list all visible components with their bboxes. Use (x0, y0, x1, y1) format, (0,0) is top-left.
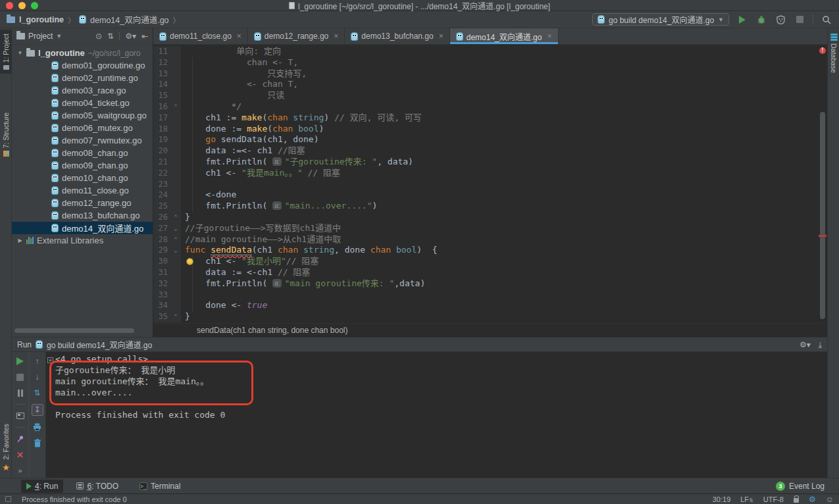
project-tree-root[interactable]: ▼ l_goroutine ~/go/src/l_goro (12, 47, 153, 59)
project-tree-file[interactable]: demo01_goroutine.go (12, 59, 153, 72)
editor-tab[interactable]: demo13_bufchan.go× (345, 28, 449, 44)
code-line[interactable]: 25 fmt.Println( a:"main...over....") (153, 201, 827, 212)
run-button[interactable] (736, 14, 748, 26)
project-tree-file[interactable]: demo06_mutex.go (12, 122, 153, 134)
chevron-down-icon[interactable]: ▼ (56, 33, 62, 39)
prev-occurrence-button[interactable]: ↑ (33, 357, 42, 366)
toolwindow-button-todo[interactable]: 6: TODO (71, 480, 124, 493)
editor[interactable]: 11 单向: 定向12 chan <- T,13 只支持写,14 <- chan… (153, 45, 827, 323)
collapse-all-button[interactable]: ⇅ (107, 32, 114, 41)
lock-icon[interactable] (794, 498, 799, 503)
project-tree-file[interactable]: demo04_ticket.go (12, 97, 153, 109)
code-line[interactable]: 27⌄//子goroutine——>写数据到ch1通道中 (153, 223, 827, 234)
code-line[interactable]: 23 (153, 179, 827, 190)
close-panel-button[interactable]: ✕ (16, 450, 25, 459)
pause-output-button[interactable] (16, 388, 25, 397)
error-stripe-mark[interactable] (819, 235, 826, 237)
gear-icon[interactable]: ⚙▾ (125, 32, 136, 41)
breadcrumb-project[interactable]: l_goroutine (19, 15, 64, 24)
editor-tab[interactable]: demo11_close.go× (153, 28, 248, 44)
run-configuration-select[interactable]: go build demo14_双向通道.go ▼ (592, 13, 729, 26)
fold-marker-icon[interactable]: ⌃ (170, 101, 181, 113)
stop-process-button[interactable] (16, 372, 25, 382)
toolwindow-tab-favorites[interactable]: 2: Favorites ★ (0, 424, 12, 472)
minimize-window-button[interactable] (18, 2, 26, 9)
event-log-button[interactable]: 3 Event Log (776, 482, 825, 491)
toolwindow-button-terminal[interactable]: >_ Terminal (134, 480, 186, 493)
code-line[interactable]: 28⌃//main goroutine——>从ch1通道中取 (153, 234, 827, 245)
toolwindow-tab-structure[interactable]: 7: Structure (0, 113, 12, 157)
print-button[interactable] (33, 422, 42, 432)
code-line[interactable]: 11 单向: 定向 (153, 46, 827, 57)
code-line[interactable]: 21 fmt.Println( a:"子goroutine传来: ", data… (153, 157, 827, 168)
code-line[interactable]: 19 go sendData(ch1, done) (153, 134, 827, 145)
editor-tab[interactable]: demo12_range.go× (248, 28, 345, 44)
project-tree-file[interactable]: demo03_race.go (12, 84, 153, 97)
breadcrumb-file[interactable]: demo14_双向通道.go (90, 13, 169, 26)
code-line[interactable]: 30 ch1 <- "我是小明"// 阻塞 (153, 256, 827, 267)
close-tab-icon[interactable]: × (439, 32, 444, 41)
code-line[interactable]: 18 done := make(chan bool) (153, 124, 827, 135)
console-fold-text[interactable]: <4 go setup calls> (55, 354, 148, 364)
hide-panel-button[interactable]: ⇤ (141, 32, 148, 41)
editor-tab[interactable]: demo14_双向通道.go× (450, 28, 559, 44)
fold-marker-icon[interactable]: ⌄ (170, 245, 181, 256)
run-with-coverage-button[interactable] (775, 14, 786, 26)
code-line[interactable]: 34 done <- true (153, 300, 827, 311)
gear-icon[interactable]: ⚙▾ (800, 340, 811, 349)
fold-marker-icon[interactable]: ⌃ (170, 234, 181, 245)
caret-position[interactable]: 30:19 (713, 495, 731, 503)
toolwindow-toggle-icon[interactable] (5, 496, 11, 502)
code-line[interactable]: 20 data :=<- ch1 //阻塞 (153, 145, 827, 157)
project-tree-file[interactable]: demo10_chan.go (12, 172, 153, 184)
restore-layout-button[interactable] (16, 411, 25, 420)
project-tree-file[interactable]: demo07_rwmutex.go (12, 134, 153, 147)
scroll-to-end-button[interactable]: ↧ (32, 404, 43, 416)
locate-file-button[interactable]: ⊙ (95, 32, 102, 41)
expand-fold-icon[interactable]: + (47, 357, 53, 363)
code-line[interactable]: 15 只读 (153, 90, 827, 101)
code-line[interactable]: 26⌃} (153, 212, 827, 223)
line-separator[interactable]: LF⇅ (740, 495, 753, 503)
code-line[interactable]: 32 fmt.Println( a:"main goroutine传来: ",d… (153, 278, 827, 290)
toolwindow-button-run[interactable]: 4: Run (21, 480, 63, 493)
zoom-window-button[interactable] (31, 2, 38, 9)
code-line[interactable]: 17 ch1 := make(chan string) // 双向, 可读, 可… (153, 113, 827, 124)
project-tree-external-libraries[interactable]: ▶ External Libraries (12, 234, 153, 247)
close-tab-icon[interactable]: × (334, 32, 338, 41)
more-actions-button[interactable]: » (16, 466, 25, 475)
fold-marker-icon[interactable]: ⌄ (170, 223, 181, 234)
editor-scrollbar[interactable]: ! (818, 45, 827, 323)
fold-marker-icon[interactable]: ⌃ (170, 311, 181, 322)
next-occurrence-button[interactable]: ↓ (33, 372, 42, 382)
project-tree-file[interactable]: demo12_range.go (12, 197, 153, 209)
horizontal-scrollbar[interactable] (14, 328, 134, 333)
scrollbar-thumb[interactable] (820, 112, 825, 319)
code-line[interactable]: 22 ch1 <- "我是main。。" // 阻塞 (153, 168, 827, 179)
code-line[interactable]: 14 <- chan T, (153, 79, 827, 90)
search-everywhere-button[interactable] (821, 14, 832, 26)
rerun-button[interactable] (16, 357, 25, 366)
file-encoding[interactable]: UTF-8 (763, 495, 784, 503)
code-line[interactable]: 35⌃} (153, 311, 827, 322)
project-tree-file[interactable]: demo02_runtime.go (12, 72, 153, 84)
console-output[interactable]: +<4 go setup calls>子goroutine传来： 我是小明mai… (46, 352, 827, 478)
error-indicator-icon[interactable]: ! (819, 47, 826, 54)
project-tree-file[interactable]: demo08_chan.go (12, 147, 153, 159)
project-tree-file[interactable]: demo13_bufchan.go (12, 209, 153, 222)
code-line[interactable]: 33 (153, 290, 827, 301)
gear-icon[interactable]: ⚙ (809, 495, 816, 504)
close-tab-icon[interactable]: × (237, 32, 242, 41)
expander-down-icon[interactable]: ▼ (17, 50, 23, 56)
inspections-face-icon[interactable]: ☺ (826, 495, 834, 504)
close-window-button[interactable] (6, 2, 13, 9)
code-line[interactable]: 12 chan <- T, (153, 57, 827, 68)
code-line[interactable]: 31 data := <-ch1 // 阻塞 (153, 267, 827, 278)
code-line[interactable]: 16⌃ */ (153, 101, 827, 113)
project-tree-file[interactable]: demo09_chan.go (12, 159, 153, 172)
stop-button[interactable] (794, 14, 805, 26)
project-tree-file[interactable]: demo05_waitgroup.go (12, 109, 153, 122)
project-tree-file[interactable]: demo14_双向通道.go (12, 222, 153, 234)
hide-panel-button[interactable]: ⤓ (819, 340, 822, 349)
clear-all-button[interactable] (33, 438, 42, 447)
